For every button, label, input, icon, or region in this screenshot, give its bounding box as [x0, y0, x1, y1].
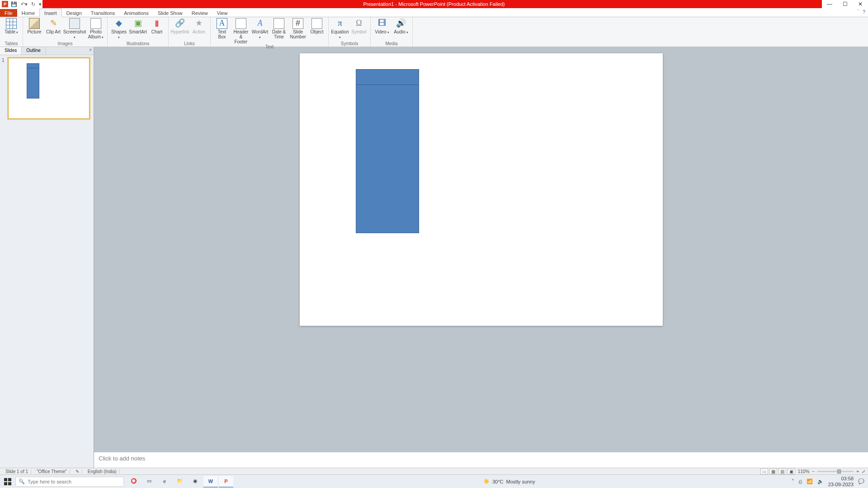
search-placeholder: Type here to search [28, 479, 71, 484]
slide-canvas[interactable] [300, 53, 663, 326]
tab-outline[interactable]: Outline [22, 47, 46, 55]
status-language[interactable]: English (India) [85, 469, 120, 474]
help-icon[interactable]: ? [863, 9, 865, 14]
qat-customize-icon[interactable]: ▾ [38, 1, 42, 7]
tab-review[interactable]: Review [187, 9, 212, 17]
redo-icon[interactable]: ↻ [30, 1, 36, 7]
clipart-button[interactable]: ✎Clip Art [45, 18, 62, 34]
tab-file[interactable]: File [0, 9, 17, 17]
panel-close-icon[interactable]: × [89, 47, 92, 52]
wordart-icon: A [255, 18, 265, 29]
screenshot-label: Screenshot [63, 29, 86, 39]
smartart-button[interactable]: ▣SmartArt [129, 18, 146, 34]
audio-icon: 🔊 [396, 18, 406, 29]
group-images: Picture ✎Clip Art Screenshot Photo Album… [23, 17, 108, 47]
headerfooter-button[interactable]: Header & Footer [232, 18, 250, 44]
view-normal-icon[interactable]: ▭ [760, 469, 768, 474]
screenshot-button[interactable]: Screenshot [64, 18, 85, 39]
panel-tabs: Slides Outline × [0, 47, 94, 55]
clipart-label: Clip Art [46, 29, 61, 34]
tab-design[interactable]: Design [62, 9, 86, 17]
equation-icon: π [335, 18, 345, 29]
datetime-icon [274, 18, 284, 29]
word-icon[interactable]: W [203, 476, 218, 488]
tray-chevron-icon[interactable]: ˄ [792, 479, 794, 484]
zoom-level[interactable]: 110% [798, 469, 810, 474]
thumbnail-item[interactable]: 1 [2, 58, 92, 119]
cortana-icon[interactable]: ⭕ [127, 476, 141, 488]
datetime-button[interactable]: Date & Time [270, 18, 288, 39]
tab-view[interactable]: View [212, 9, 232, 17]
clock-date: 23-09-2023 [828, 482, 854, 487]
explorer-icon[interactable]: 📁 [173, 476, 187, 488]
weather-desc: Mostly sunny [506, 479, 535, 484]
video-button[interactable]: 🎞Video [373, 18, 391, 34]
tray-volume-icon[interactable]: 🔈 [817, 479, 824, 484]
view-slideshow-icon[interactable]: ▣ [788, 469, 795, 474]
wordart-button[interactable]: AWordArt [251, 18, 269, 39]
fit-slide-icon[interactable]: ⤢ [862, 469, 865, 474]
thumbnail-preview[interactable] [8, 58, 90, 119]
zoom-in-icon[interactable]: + [856, 469, 859, 474]
group-media: 🎞Video 🔊Audio Media [371, 17, 413, 47]
slide-canvas-wrap[interactable] [94, 47, 868, 450]
maximize-button[interactable]: ☐ [837, 0, 853, 8]
chrome-icon[interactable]: ◉ [188, 476, 203, 488]
start-button[interactable] [0, 478, 15, 485]
taskbar-search[interactable]: 🔍 Type here to search [15, 477, 124, 487]
taskbar-clock[interactable]: 03:58 23-09-2023 [828, 476, 854, 487]
video-label: Video [375, 29, 389, 34]
tray-wifi-icon[interactable]: 📶 [807, 479, 813, 484]
minimize-button[interactable]: — [822, 0, 837, 8]
picture-button[interactable]: Picture [26, 18, 43, 34]
svg-rect-3 [8, 482, 11, 485]
powerpoint-icon[interactable]: P [219, 476, 233, 488]
object-button[interactable]: Object [308, 18, 326, 34]
window-title: Presentation1 - Microsoft PowerPoint (Pr… [0, 1, 868, 7]
table-button[interactable]: Table [3, 18, 20, 34]
tab-slideshow[interactable]: Slide Show [153, 9, 187, 17]
hyperlink-button[interactable]: 🔗Hyperlink [171, 18, 189, 34]
shape-divider [356, 84, 419, 85]
tab-slides-thumbs[interactable]: Slides [0, 47, 22, 55]
taskbar-weather[interactable]: ☀️ 30°C Mostly sunny [483, 479, 542, 484]
chart-button[interactable]: ▮Chart [148, 18, 165, 34]
edge-icon[interactable]: e [157, 476, 172, 488]
audio-button[interactable]: 🔊Audio [392, 18, 410, 34]
shapes-button[interactable]: ◆Shapes [110, 18, 127, 39]
headerfooter-icon [236, 18, 246, 29]
action-button[interactable]: ★Action [190, 18, 208, 34]
tab-transitions[interactable]: Transitions [86, 9, 119, 17]
taskbar: 🔍 Type here to search ⭕ ▭ e 📁 ◉ W P ☀️ 3… [0, 474, 868, 488]
title-bar: P 💾 ↶▾ ↻ ▾ Presentation1 - Microsoft Pow… [0, 0, 868, 8]
rectangle-shape[interactable] [356, 69, 419, 233]
status-spellcheck-icon[interactable]: ✎ [73, 469, 82, 474]
view-reading-icon[interactable]: ▤ [778, 469, 786, 474]
tab-insert[interactable]: Insert [39, 9, 62, 17]
object-label: Object [311, 29, 324, 34]
ribbon: Table Tables Picture ✎Clip Art Screensho… [0, 17, 868, 47]
photoalbum-button[interactable]: Photo Album [87, 18, 104, 39]
notes-pane[interactable]: Click to add notes [94, 450, 868, 468]
quick-access-toolbar: P 💾 ↶▾ ↻ ▾ [0, 0, 42, 8]
view-sorter-icon[interactable]: ▦ [769, 469, 777, 474]
slidenumber-button[interactable]: #Slide Number [289, 18, 307, 39]
textbox-button[interactable]: AText Box [213, 18, 231, 39]
zoom-out-icon[interactable]: − [812, 469, 815, 474]
ribbon-minimize-icon[interactable]: ˇ [857, 9, 859, 14]
tray-onedrive-icon[interactable]: ⎙ [799, 479, 802, 484]
zoom-slider[interactable] [817, 471, 854, 472]
save-icon[interactable]: 💾 [10, 1, 18, 7]
notifications-icon[interactable]: 💬 [858, 479, 864, 484]
symbol-button[interactable]: ΩSymbol [350, 18, 368, 34]
close-button[interactable]: ✕ [853, 0, 868, 8]
taskview-icon[interactable]: ▭ [142, 476, 156, 488]
tab-animations[interactable]: Animations [119, 9, 153, 17]
thumbnail-shape [27, 63, 39, 99]
weather-temp: 30°C [492, 479, 504, 484]
group-images-label: Images [58, 41, 73, 47]
tab-home[interactable]: Home [17, 9, 39, 17]
equation-button[interactable]: πEquation [331, 18, 349, 39]
undo-icon[interactable]: ↶▾ [20, 1, 28, 7]
status-theme: "Office Theme" [34, 469, 70, 474]
